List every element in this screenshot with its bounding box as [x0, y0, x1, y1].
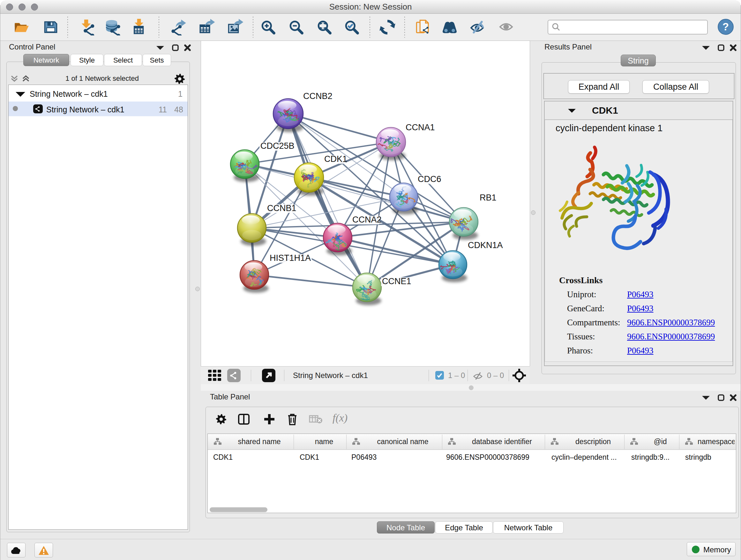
svg-text:CCNA1: CCNA1 — [406, 123, 435, 132]
svg-text:?: ? — [723, 21, 729, 33]
svg-text:CDC25B: CDC25B — [260, 141, 294, 151]
svg-text:CDK1: CDK1 — [324, 154, 347, 164]
svg-text:CDKN1A: CDKN1A — [468, 240, 503, 250]
svg-text:CCNA2: CCNA2 — [352, 215, 382, 225]
svg-text:HIST1H1A: HIST1H1A — [270, 253, 311, 263]
svg-text:CCNB2: CCNB2 — [303, 91, 333, 101]
svg-text:CCNE1: CCNE1 — [382, 276, 411, 286]
svg-text:RB1: RB1 — [480, 193, 496, 202]
svg-text:CDC6: CDC6 — [418, 174, 441, 184]
svg-text:CCNB1: CCNB1 — [267, 203, 296, 213]
